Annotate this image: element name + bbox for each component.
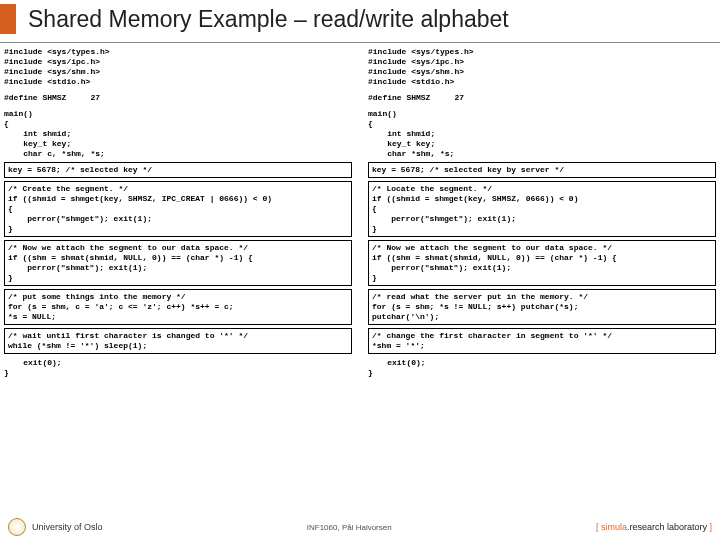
client-main-open: main() { int shmid; key_t key; char *shm…: [368, 109, 716, 159]
server-box-key: key = 5678; /* selected key */: [4, 162, 352, 178]
server-write-code: /* put some things into the memory */ fo…: [8, 292, 348, 322]
server-define: #define SHMSZ 27: [4, 93, 352, 103]
client-includes: #include <sys/types.h> #include <sys/ipc…: [368, 47, 716, 87]
server-box-attach: /* Now we attach the segment to our data…: [4, 240, 352, 286]
server-column: #include <sys/types.h> #include <sys/ipc…: [4, 47, 352, 378]
server-box-wait: /* wait until first character is changed…: [4, 328, 352, 354]
server-box-write: /* put some things into the memory */ fo…: [4, 289, 352, 325]
server-main-open: main() { int shmid; key_t key; char c, *…: [4, 109, 352, 159]
server-includes: #include <sys/types.h> #include <sys/ipc…: [4, 47, 352, 87]
content: #include <sys/types.h> #include <sys/ipc…: [0, 43, 720, 378]
client-read-code: /* read what the server put in the memor…: [372, 292, 712, 322]
client-locate-code: /* Locate the segment. */ if ((shmid = s…: [372, 184, 712, 234]
server-box-create: /* Create the segment. */ if ((shmid = s…: [4, 181, 352, 237]
server-create-code: /* Create the segment. */ if ((shmid = s…: [8, 184, 348, 234]
client-key-code: key = 5678; /* selected key by server */: [372, 165, 712, 175]
footer-right: [ simula.research laboratory ]: [596, 522, 712, 532]
client-box-key: key = 5678; /* selected key by server */: [368, 162, 716, 178]
client-exit: exit(0); }: [368, 358, 716, 378]
client-box-change: /* change the first character in segment…: [368, 328, 716, 354]
client-box-attach: /* Now we attach the segment to our data…: [368, 240, 716, 286]
page-title: Shared Memory Example – read/write alpha…: [28, 6, 509, 33]
university-label: University of Oslo: [32, 522, 103, 532]
client-define: #define SHMSZ 27: [368, 93, 716, 103]
server-exit: exit(0); }: [4, 358, 352, 378]
footer-center: INF1060, Pål Halvorsen: [307, 523, 392, 532]
client-attach-code: /* Now we attach the segment to our data…: [372, 243, 712, 283]
server-wait-code: /* wait until first character is changed…: [8, 331, 348, 351]
simula-rest: .research laboratory: [627, 522, 707, 532]
simula-brand: simula: [601, 522, 627, 532]
client-box-locate: /* Locate the segment. */ if ((shmid = s…: [368, 181, 716, 237]
footer: University of Oslo INF1060, Pål Halvorse…: [0, 518, 720, 536]
title-bar: Shared Memory Example – read/write alpha…: [0, 0, 720, 43]
client-change-code: /* change the first character in segment…: [372, 331, 712, 351]
title-accent: [0, 4, 16, 34]
uio-logo-icon: [8, 518, 26, 536]
client-column: #include <sys/types.h> #include <sys/ipc…: [368, 47, 716, 378]
client-box-read: /* read what the server put in the memor…: [368, 289, 716, 325]
footer-left: University of Oslo: [8, 518, 103, 536]
server-attach-code: /* Now we attach the segment to our data…: [8, 243, 348, 283]
server-key-code: key = 5678; /* selected key */: [8, 165, 348, 175]
